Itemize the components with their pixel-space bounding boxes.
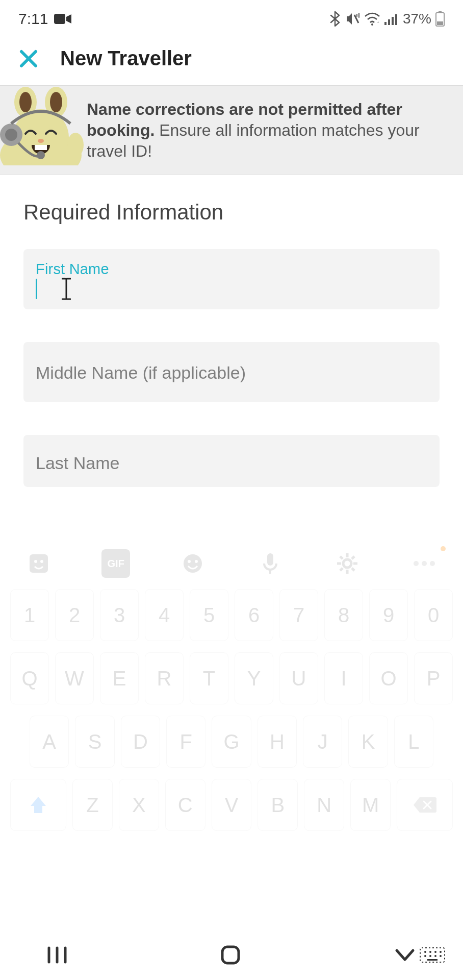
nav-recent-icon[interactable]: [46, 945, 68, 965]
key-h[interactable]: H: [258, 716, 297, 768]
key-q[interactable]: Q: [10, 652, 49, 704]
svg-point-24: [34, 560, 37, 563]
key-m[interactable]: M: [350, 779, 391, 831]
svg-rect-7: [395, 14, 397, 25]
close-icon[interactable]: [18, 48, 39, 69]
key-f[interactable]: F: [166, 716, 205, 768]
key-c[interactable]: C: [165, 779, 205, 831]
keyboard-row-zxcv: Z X C V B N M: [10, 779, 453, 831]
key-4[interactable]: 4: [145, 589, 184, 641]
sticker-icon[interactable]: [24, 549, 53, 578]
key-k[interactable]: K: [348, 716, 388, 768]
key-g[interactable]: G: [212, 716, 251, 768]
key-u[interactable]: U: [279, 652, 318, 704]
nav-home-icon[interactable]: [218, 943, 243, 967]
svg-point-41: [422, 561, 427, 566]
clock: 7:11: [18, 10, 48, 28]
key-0[interactable]: 0: [414, 589, 453, 641]
key-d[interactable]: D: [121, 716, 160, 768]
key-b[interactable]: B: [258, 779, 298, 831]
svg-point-26: [184, 554, 202, 573]
key-z[interactable]: Z: [72, 779, 113, 831]
key-7[interactable]: 7: [279, 589, 318, 641]
key-6[interactable]: 6: [235, 589, 273, 641]
key-p[interactable]: P: [414, 652, 453, 704]
svg-point-14: [19, 92, 32, 112]
key-t[interactable]: T: [190, 652, 228, 704]
svg-point-2: [371, 23, 373, 26]
key-a[interactable]: A: [30, 716, 69, 768]
svg-line-36: [340, 556, 343, 559]
svg-point-42: [430, 561, 435, 566]
svg-point-28: [195, 560, 198, 563]
more-icon[interactable]: [410, 549, 439, 578]
svg-rect-10: [437, 21, 443, 25]
battery-icon: [435, 11, 445, 27]
key-l[interactable]: L: [394, 716, 433, 768]
key-i[interactable]: I: [324, 652, 363, 704]
nav-keyboard-switch-icon[interactable]: [419, 945, 446, 965]
key-8[interactable]: 8: [324, 589, 363, 641]
key-v[interactable]: V: [212, 779, 252, 831]
middle-name-field[interactable]: Middle Name (if applicable): [23, 342, 440, 402]
key-shift[interactable]: [10, 779, 66, 831]
key-2[interactable]: 2: [55, 589, 94, 641]
gif-icon[interactable]: GIF: [101, 549, 130, 578]
svg-point-27: [188, 560, 191, 563]
key-s[interactable]: S: [75, 716, 114, 768]
ibeam-cursor-icon: [62, 278, 71, 300]
form-area: First Name Middle Name (if applicable) L…: [0, 231, 463, 487]
emoji-icon[interactable]: [178, 549, 207, 578]
svg-point-20: [5, 129, 17, 141]
svg-line-37: [352, 568, 354, 571]
app-header: New Traveller: [0, 36, 463, 85]
key-1[interactable]: 1: [10, 589, 49, 641]
svg-point-17: [38, 139, 44, 143]
first-name-input[interactable]: [36, 279, 427, 299]
on-screen-keyboard[interactable]: GIF 1 2 3 4 5 6 7 8 9 0 Q W E R T Y U I …: [0, 535, 463, 980]
key-y[interactable]: Y: [235, 652, 273, 704]
svg-point-51: [440, 951, 442, 953]
nav-back-icon[interactable]: [393, 946, 417, 964]
key-n[interactable]: N: [304, 779, 344, 831]
mic-icon[interactable]: [256, 549, 285, 578]
svg-rect-23: [30, 554, 48, 573]
svg-rect-46: [222, 947, 239, 963]
first-name-label: First Name: [36, 261, 427, 278]
key-3[interactable]: 3: [100, 589, 139, 641]
svg-line-39: [352, 556, 354, 559]
bluetooth-icon: [329, 11, 341, 27]
svg-point-25: [40, 560, 43, 563]
vibrate-mute-icon: [345, 11, 360, 27]
svg-point-54: [434, 955, 436, 957]
key-x[interactable]: X: [119, 779, 159, 831]
last-name-placeholder: Last Name: [36, 453, 427, 473]
keyboard-row-qwerty: Q W E R T Y U I O P: [10, 652, 453, 704]
key-9[interactable]: 9: [369, 589, 408, 641]
key-5[interactable]: 5: [190, 589, 228, 641]
status-right: + 37%: [329, 11, 445, 27]
key-backspace[interactable]: [397, 779, 453, 831]
svg-point-22: [67, 133, 84, 157]
key-j[interactable]: J: [303, 716, 342, 768]
svg-text:+: +: [377, 20, 379, 24]
last-name-field[interactable]: Last Name: [23, 435, 440, 487]
first-name-field[interactable]: First Name: [23, 249, 440, 309]
svg-point-55: [440, 955, 442, 957]
key-w[interactable]: W: [55, 652, 94, 704]
page-title: New Traveller: [60, 47, 192, 70]
svg-rect-4: [384, 22, 387, 25]
android-nav-bar: [0, 937, 463, 973]
key-e[interactable]: E: [100, 652, 139, 704]
battery-percent: 37%: [403, 11, 431, 27]
key-r[interactable]: R: [145, 652, 184, 704]
svg-rect-29: [267, 553, 273, 566]
middle-name-placeholder: Middle Name (if applicable): [36, 363, 427, 383]
gear-icon[interactable]: [333, 549, 362, 578]
key-o[interactable]: O: [369, 652, 408, 704]
status-bar: 7:11 + 37%: [0, 0, 463, 36]
svg-point-21: [37, 151, 45, 159]
svg-point-31: [343, 559, 351, 568]
svg-point-52: [424, 955, 426, 957]
video-recording-icon: [54, 13, 71, 25]
